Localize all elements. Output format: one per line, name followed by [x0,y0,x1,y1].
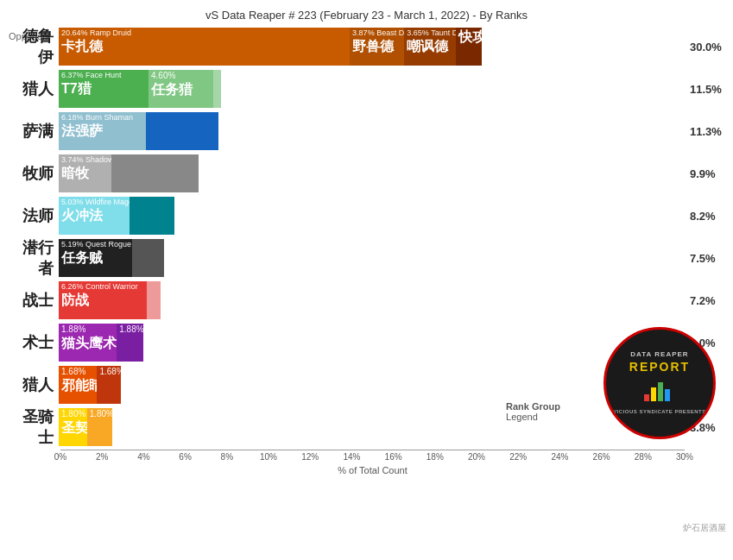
legend-box: Rank Group Legend [506,401,560,422]
row-label: 战士 [9,290,59,311]
x-tick: 2% [96,452,108,462]
chart-container: vS Data Reaper # 223 (February 23 - Marc… [0,0,733,560]
bar-segment: 1.88% [117,324,143,362]
chart-row: 牧师3.74% Shadow Priest暗牧9.9% [9,154,724,193]
bars-area: 5.03% Wildfire Mage火冲法 [59,197,685,235]
x-tick: 18% [427,452,444,462]
row-total: 7.2% [690,294,724,307]
x-tick: 20% [468,452,485,462]
bar-segment: 6.18% Burn Shaman法强萨 [59,112,146,150]
bar-segment: 6.26% Control Warrior防战 [59,281,147,319]
bar-segment: 1.80%圣契骑 [59,408,87,446]
row-label: 牧师 [9,163,59,184]
row-total: 11.3% [690,125,724,138]
bar-segment [132,239,165,277]
bars-area: 20.64% Ramp Druid卡扎德3.87% Beast Druid野兽德… [59,28,685,66]
bar-segment: 6.37% Face HuntT7猎 [59,70,148,108]
chart-row: 萨满6.18% Burn Shaman法强萨11.3% [9,111,724,151]
row-total: 30.0% [690,41,724,53]
bar-segment: 3.74% Shadow Priest暗牧 [59,154,111,192]
watermark: 炉石居酒屋 [683,522,726,534]
bars-area: 1.68%邪能睛1.68% [59,366,685,404]
row-label: 潜行者 [9,237,59,279]
x-tick: 6% [179,452,191,462]
bar-segment: 4.60%任务猎 [148,70,213,108]
x-tick: 16% [385,452,402,462]
bar-segment: 1.88%猫头鹰术 [59,324,117,362]
x-axis: 0%2%4%6%8%10%12%14%16%18%20%22%24%26%28%… [60,450,685,465]
row-label: 法师 [9,205,59,226]
bars-area: 5.19% Quest Rogue任务贼 [59,239,685,277]
bars-area: 1.80%圣契骑1.80% [59,408,685,446]
bar-segment: 1.68% [97,366,120,404]
x-tick: 24% [551,452,568,462]
bar-segment: 5.19% Quest Rogue任务贼 [59,239,132,277]
bar-segment: 3.87% Beast Druid野兽德 [350,28,404,66]
bar-segment [146,112,218,150]
x-tick: 28% [635,452,652,462]
bars-area: 3.74% Shadow Priest暗牧 [59,154,685,192]
bar-segment [213,70,221,108]
row-label: 术士 [9,332,59,353]
bar-segment [147,281,160,319]
x-tick: 14% [343,452,360,462]
row-label: 猎人 [9,79,59,99]
chart-row: 法师5.03% Wildfire Mage火冲法8.2% [9,196,724,236]
svg-rect-0 [644,394,649,401]
x-tick: 10% [260,452,277,462]
logo: DATA REAPER REPORT VICIOUS SYNDICATE PRE… [603,327,716,439]
x-tick: 4% [137,452,149,462]
legend-subtitle: Legend [506,412,560,422]
row-label: 德鲁伊 [9,26,59,67]
bar-segment: 1.68%邪能睛 [59,366,97,404]
bars-area: 6.37% Face HuntT7猎4.60%任务猎 [59,70,685,108]
chart-row: 德鲁伊20.64% Ramp Druid卡扎德3.87% Beast Druid… [9,27,724,66]
row-total: 8.2% [690,210,724,223]
x-tick: 12% [301,452,319,462]
x-axis-title: % of Total Count [60,465,685,475]
svg-rect-1 [651,387,656,401]
svg-rect-2 [658,382,663,401]
row-total: 11.5% [690,83,724,96]
bar-segment: 快攻德 [456,28,482,66]
bar-segment: 1.80% [87,408,112,446]
bar-segment: 5.03% Wildfire Mage火冲法 [59,197,130,235]
bar-segment: 20.64% Ramp Druid卡扎德 [59,28,350,66]
x-tick: 8% [221,452,233,462]
chart-row: 战士6.26% Control Warrior防战7.2% [9,280,724,320]
x-tick: 0% [54,452,66,462]
row-total: 9.9% [690,167,724,180]
svg-rect-3 [665,389,670,401]
chart-row: 猎人6.37% Face HuntT7猎4.60%任务猎11.5% [9,69,724,109]
chart-row: 潜行者5.19% Quest Rogue任务贼7.5% [9,238,724,278]
legend-title: Rank Group [506,401,560,412]
bars-area: 6.18% Burn Shaman法强萨 [59,112,685,150]
x-tick: 22% [509,452,527,462]
logo-inner: DATA REAPER REPORT VICIOUS SYNDICATE PRE… [613,350,706,416]
bars-area: 1.88%猫头鹰术1.88% [59,324,685,362]
bar-segment: 3.65% Taunt Druid嘲讽德 [404,28,456,66]
row-label: 圣骑士 [9,406,59,448]
x-tick: 26% [593,452,610,462]
x-tick: 30% [676,452,693,462]
bar-segment [130,197,174,235]
chart-title: vS Data Reaper # 223 (February 23 - Marc… [9,9,724,22]
row-total: 7.5% [690,252,724,265]
bars-area: 6.26% Control Warrior防战 [59,281,685,319]
row-label: 猎人 [9,374,59,395]
row-label: 萨满 [9,121,59,142]
bar-segment [111,154,199,192]
